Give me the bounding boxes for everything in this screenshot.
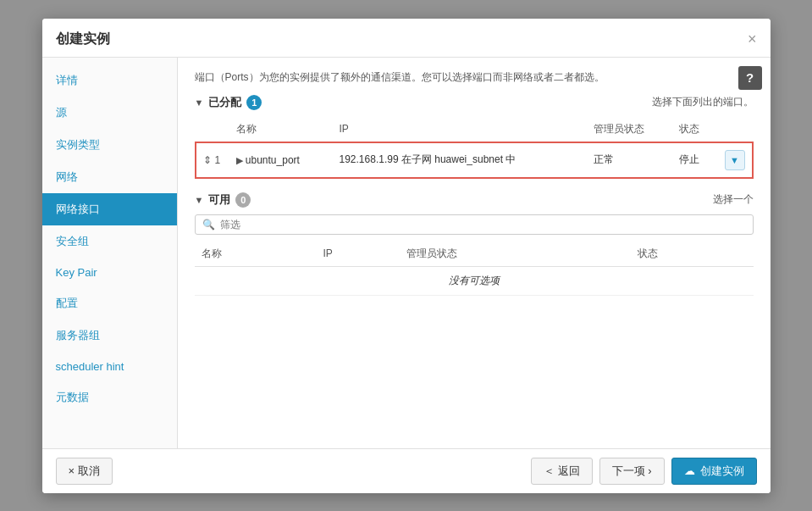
av-th-admin-status: 管理员状态 bbox=[400, 242, 632, 267]
close-icon[interactable]: × bbox=[748, 31, 757, 47]
back-button[interactable]: ＜ 返回 bbox=[531, 458, 593, 485]
th-admin-status: 管理员状态 bbox=[587, 117, 672, 142]
row-admin-status: 正常 bbox=[587, 142, 672, 178]
available-table: 名称 IP 管理员状态 状态 没有可选项 bbox=[195, 242, 754, 296]
row-down-action: ▼ bbox=[718, 142, 753, 178]
th-name: 名称 bbox=[229, 117, 333, 142]
modal-title: 创建实例 bbox=[56, 31, 110, 48]
th-status: 状态 bbox=[672, 117, 717, 142]
allocated-title: ▼ 已分配 1 bbox=[195, 95, 262, 110]
description-text: 端口（Ports）为您的实例提供了额外的通信渠道。您可以选择端口而非网络或者二者… bbox=[195, 69, 754, 85]
allocated-table-header: 名称 IP 管理员状态 状态 bbox=[196, 117, 753, 142]
available-empty-row: 没有可选项 bbox=[195, 266, 754, 295]
modal-overlay: 创建实例 × 详情 源 实例类型 网络 网络接口 安全组 Key Pair 配置… bbox=[0, 0, 812, 511]
available-arrow: ▼ bbox=[195, 195, 204, 205]
help-button[interactable]: ? bbox=[738, 66, 762, 90]
available-label: 可用 bbox=[208, 192, 230, 208]
search-icon: 🔍 bbox=[202, 219, 215, 231]
sidebar-item-scheduler-hint[interactable]: scheduler hint bbox=[42, 352, 177, 381]
order-number: 1 bbox=[215, 154, 221, 166]
modal-header: 创建实例 × bbox=[42, 19, 771, 58]
row-expand[interactable]: ▶ ubuntu_port bbox=[229, 142, 333, 178]
allocated-table: 名称 IP 管理员状态 状态 ⇕ 1 bbox=[195, 117, 754, 179]
main-content: ? 端口（Ports）为您的实例提供了额外的通信渠道。您可以选择端口而非网络或者… bbox=[178, 58, 771, 448]
help-icon: ? bbox=[746, 70, 754, 85]
row-order: ⇕ 1 bbox=[196, 142, 229, 178]
sidebar-item-network[interactable]: 网络 bbox=[42, 161, 177, 193]
th-order bbox=[196, 117, 229, 142]
sidebar-item-server-group[interactable]: 服务器组 bbox=[42, 319, 177, 352]
th-action bbox=[718, 117, 753, 142]
modal-footer: × 取消 ＜ 返回 下一项 › ☁ 创建实例 bbox=[42, 448, 771, 493]
sidebar-item-details[interactable]: 详情 bbox=[42, 64, 177, 97]
modal-body: 详情 源 实例类型 网络 网络接口 安全组 Key Pair 配置 服务器组 s… bbox=[42, 58, 771, 448]
available-action: 选择一个 bbox=[713, 192, 754, 207]
available-section-header: ▼ 可用 0 选择一个 bbox=[195, 192, 754, 208]
down-button[interactable]: ▼ bbox=[725, 150, 745, 170]
next-button[interactable]: 下一项 › bbox=[599, 458, 665, 485]
allocated-arrow: ▼ bbox=[195, 97, 204, 108]
sidebar-item-metadata[interactable]: 元数据 bbox=[42, 381, 177, 414]
av-th-name: 名称 bbox=[195, 242, 317, 267]
th-ip: IP bbox=[333, 117, 587, 142]
cancel-button[interactable]: × 取消 bbox=[56, 458, 113, 485]
av-th-status: 状态 bbox=[631, 242, 753, 267]
sidebar-item-network-interface[interactable]: 网络接口 bbox=[42, 193, 177, 225]
allocated-section-header: ▼ 已分配 1 选择下面列出的端口。 bbox=[195, 95, 754, 110]
allocated-action: 选择下面列出的端口。 bbox=[652, 95, 754, 109]
row-name: ubuntu_port bbox=[246, 154, 300, 166]
allocated-label: 已分配 bbox=[208, 95, 241, 110]
expand-arrow-icon: ▶ bbox=[236, 155, 243, 165]
create-button[interactable]: ☁ 创建实例 bbox=[671, 458, 757, 485]
sidebar-item-security-group[interactable]: 安全组 bbox=[42, 225, 177, 258]
search-input[interactable] bbox=[220, 219, 746, 231]
order-arrows: ⇕ bbox=[203, 154, 212, 166]
search-box: 🔍 bbox=[195, 214, 754, 235]
row-status: 停止 bbox=[672, 142, 717, 178]
available-table-header: 名称 IP 管理员状态 状态 bbox=[195, 242, 754, 267]
empty-label: 没有可选项 bbox=[195, 266, 754, 295]
modal: 创建实例 × 详情 源 实例类型 网络 网络接口 安全组 Key Pair 配置… bbox=[42, 19, 771, 493]
sidebar-item-config[interactable]: 配置 bbox=[42, 287, 177, 319]
sidebar-item-instance-type[interactable]: 实例类型 bbox=[42, 129, 177, 161]
available-title: ▼ 可用 0 bbox=[195, 192, 251, 208]
available-badge: 0 bbox=[235, 192, 251, 208]
cloud-icon: ☁ bbox=[684, 464, 695, 477]
av-th-ip: IP bbox=[316, 242, 399, 267]
sidebar-item-source[interactable]: 源 bbox=[42, 97, 177, 129]
allocated-table-row[interactable]: ⇕ 1 ▶ ubuntu_port 192.168.1.99 在子网 huawe… bbox=[196, 142, 753, 178]
footer-nav-buttons: ＜ 返回 下一项 › ☁ 创建实例 bbox=[531, 458, 757, 485]
sidebar: 详情 源 实例类型 网络 网络接口 安全组 Key Pair 配置 服务器组 s… bbox=[42, 58, 178, 448]
allocated-badge: 1 bbox=[246, 95, 262, 110]
row-ip: 192.168.1.99 在子网 huawei_subnet 中 bbox=[333, 142, 587, 178]
sidebar-item-keypair[interactable]: Key Pair bbox=[42, 258, 177, 287]
create-label: 创建实例 bbox=[700, 464, 744, 479]
